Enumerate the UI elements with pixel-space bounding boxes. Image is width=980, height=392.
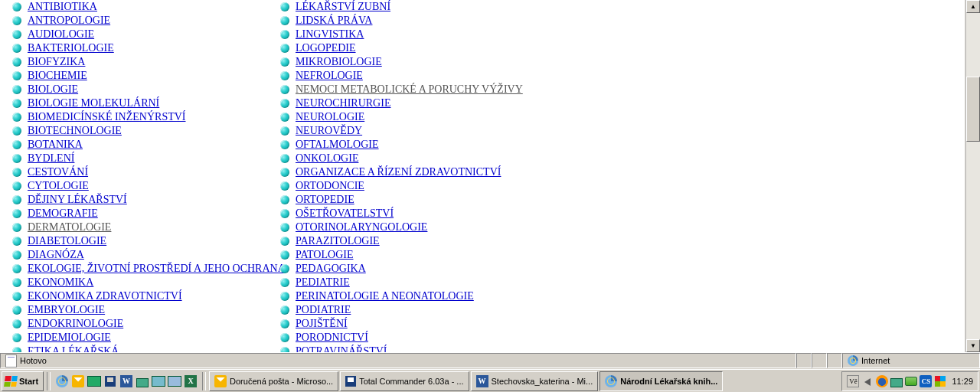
category-link[interactable]: LOGOPEDIE: [296, 41, 356, 55]
category-link[interactable]: PATOLOGIE: [296, 248, 353, 262]
category-link[interactable]: NEUROVĚDY: [296, 124, 362, 138]
ie-icon: [605, 375, 617, 387]
category-link[interactable]: EMBRYOLOGIE: [28, 303, 105, 317]
category-link[interactable]: BIOCHEMIE: [28, 69, 87, 83]
bullet-icon: [280, 223, 289, 232]
tray-flag-icon[interactable]: [934, 375, 946, 387]
category-link[interactable]: ONKOLOGIE: [296, 152, 358, 165]
category-link[interactable]: CYTOLOGIE: [28, 179, 89, 193]
category-link[interactable]: BAKTERIOLOGIE: [28, 41, 114, 55]
ql-ie-icon[interactable]: [55, 374, 69, 388]
category-link[interactable]: EKONOMIKA: [28, 276, 93, 289]
category-item: BIOTECHNOLOGIE: [12, 124, 280, 138]
category-link[interactable]: BYDLENÍ: [28, 152, 74, 165]
category-link[interactable]: ANTROPOLOGIE: [28, 14, 110, 28]
category-link[interactable]: BIOLOGIE: [28, 83, 78, 96]
category-link[interactable]: PORODNICTVÍ: [296, 331, 368, 345]
category-link[interactable]: ENDOKRINOLOGIE: [28, 317, 123, 331]
ql-excel-icon[interactable]: X: [184, 374, 198, 388]
category-item: OŠETŘOVATELSTVÍ: [280, 207, 586, 220]
totalcmd-icon: [345, 376, 356, 387]
category-link[interactable]: OFTALMOLOGIE: [296, 138, 379, 152]
category-link[interactable]: CESTOVÁNÍ: [28, 165, 88, 179]
quick-launch: W X: [54, 372, 199, 390]
taskbar-item-word[interactable]: W Stechovska_katerina - Mi...: [471, 371, 599, 391]
ql-app2-icon[interactable]: [152, 374, 165, 388]
category-link[interactable]: ETIKA LÉKAŘSKÁ: [28, 345, 119, 352]
category-link[interactable]: EKOLOGIE, ŽIVOTNÍ PROSTŘEDÍ A JEHO OCHRA…: [28, 262, 286, 276]
bullet-icon: [12, 305, 21, 315]
bullet-icon: [280, 305, 289, 315]
category-link[interactable]: AUDIOLOGIE: [28, 28, 94, 41]
bullet-icon: [280, 250, 289, 260]
taskbar-item-outlook[interactable]: Doručená pošta - Microso...: [209, 371, 338, 391]
category-link[interactable]: EPIDEMIOLOGIE: [28, 331, 111, 345]
category-item: EKONOMIKA: [12, 276, 280, 289]
tray-volume-icon[interactable]: [861, 375, 874, 387]
tray-firefox-icon[interactable]: [876, 375, 888, 387]
window: ANTIBIOTIKAANTROPOLOGIEAUDIOLOGIEBAKTERI…: [0, 0, 980, 392]
tray-keyboard-icon[interactable]: Vě: [847, 375, 859, 387]
category-item: LIDSKÁ PRÁVA: [280, 14, 586, 28]
category-link[interactable]: POTRAVINÁŘSTVÍ: [296, 345, 387, 352]
category-link[interactable]: PODIATRIE: [296, 303, 351, 317]
scroll-thumb[interactable]: [966, 77, 980, 142]
category-link[interactable]: BIOTECHNOLOGIE: [28, 124, 122, 138]
category-link[interactable]: PEDAGOGIKA: [296, 262, 366, 276]
category-link[interactable]: DERMATOLOGIE: [28, 220, 111, 234]
category-link[interactable]: ORTODONCIE: [296, 179, 364, 193]
category-link[interactable]: OTORINOLARYNGOLOGIE: [296, 220, 427, 234]
ql-outlook-icon[interactable]: [71, 374, 85, 388]
category-link[interactable]: NEUROLOGIE: [296, 110, 364, 124]
category-link[interactable]: DEMOGRAFIE: [28, 207, 98, 220]
bullet-icon: [12, 250, 21, 260]
tray-lang-icon[interactable]: CS: [920, 375, 932, 387]
category-link[interactable]: EKONOMIKA ZDRAVOTNICTVÍ: [28, 289, 182, 303]
category-link[interactable]: BIOMEDICÍNSKÉ INŽENÝRSTVÍ: [28, 110, 186, 124]
ql-save-icon[interactable]: [103, 374, 117, 388]
taskbar-clock[interactable]: 11:29: [949, 377, 973, 386]
category-link[interactable]: PARAZITOLOGIE: [296, 234, 380, 248]
category-link[interactable]: OŠETŘOVATELSTVÍ: [296, 207, 394, 220]
category-link[interactable]: DIABETOLOGIE: [28, 234, 106, 248]
category-link[interactable]: ORTOPEDIE: [296, 193, 354, 207]
category-link[interactable]: POJIŠTĚNÍ: [296, 317, 348, 331]
ql-app3-icon[interactable]: [168, 374, 181, 388]
category-link[interactable]: NEUROCHIRURGIE: [296, 96, 390, 110]
bullet-icon: [280, 30, 289, 39]
category-link[interactable]: DĚJINY LÉKAŘSTVÍ: [28, 193, 127, 207]
category-link[interactable]: BIOFYZIKA: [28, 55, 85, 69]
category-link[interactable]: PEDIATRIE: [296, 276, 350, 289]
ql-app1-icon[interactable]: [136, 374, 149, 388]
bullet-icon: [12, 195, 21, 204]
category-link[interactable]: MIKROBIOLOGIE: [296, 55, 382, 69]
category-item: PEDIATRIE: [280, 276, 586, 289]
category-link[interactable]: NEMOCI METABOLICKÉ A PORUCHY VÝŽIVY: [296, 83, 523, 96]
category-item: PORODNICTVÍ: [280, 331, 586, 345]
category-link[interactable]: PERINATOLOGIE A NEONATOLOGIE: [296, 289, 474, 303]
vertical-scrollbar[interactable]: ▲ ▼: [965, 0, 980, 352]
tray-network-icon[interactable]: [890, 375, 903, 387]
taskbar-item-ie-active[interactable]: Národní Lékařská knih...: [599, 371, 723, 391]
category-item: LINGVISTIKA: [280, 28, 586, 41]
tray-power-icon[interactable]: [905, 375, 917, 387]
category-link[interactable]: LINGVISTIKA: [296, 28, 364, 41]
category-link[interactable]: NEFROLOGIE: [296, 69, 363, 83]
ql-word-icon[interactable]: W: [119, 374, 133, 388]
bullet-icon: [12, 85, 21, 94]
taskbar-item-totalcmd[interactable]: Total Commander 6.03a - ...: [340, 371, 469, 391]
bullet-icon: [12, 126, 21, 136]
category-link[interactable]: BIOLOGIE MOLEKULÁRNÍ: [28, 96, 159, 110]
system-tray: Vě CS 11:29: [841, 371, 978, 391]
category-link[interactable]: ANTIBIOTIKA: [28, 0, 97, 14]
scroll-down-button[interactable]: ▼: [966, 339, 980, 352]
bullet-icon: [280, 347, 289, 352]
category-link[interactable]: LÉKAŘSTVÍ ZUBNÍ: [296, 0, 390, 14]
category-link[interactable]: DIAGNÓZA: [28, 248, 84, 262]
category-link[interactable]: LIDSKÁ PRÁVA: [296, 14, 372, 28]
category-link[interactable]: BOTANIKA: [28, 138, 83, 152]
category-link[interactable]: ORGANIZACE A ŘÍZENÍ ZDRAVOTNICTVÍ: [296, 165, 501, 179]
start-button[interactable]: Start: [2, 371, 44, 391]
scroll-up-button[interactable]: ▲: [966, 0, 980, 13]
ql-desktop-icon[interactable]: [87, 374, 101, 388]
